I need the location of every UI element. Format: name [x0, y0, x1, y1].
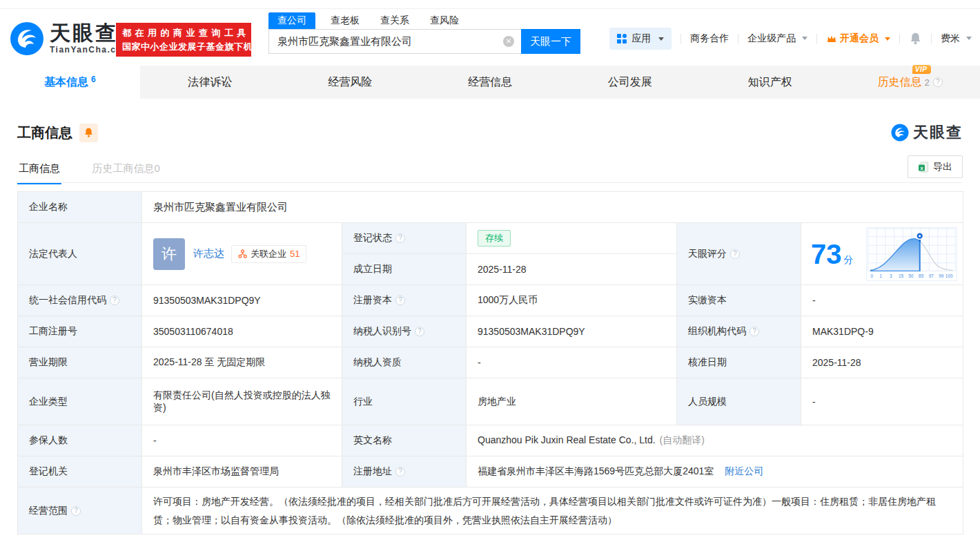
search-tab-company[interactable]: 查公司 — [268, 12, 315, 29]
score-axis-label: 85 — [919, 273, 924, 278]
top-divider — [0, 8, 980, 9]
subtab-history-business-info[interactable]: 历史工商信息0 — [90, 158, 161, 183]
tab-basic-info[interactable]: 基本信息 6 — [0, 66, 140, 99]
tab-label: 历史信息 — [877, 76, 921, 88]
field-label: 工商注册号 — [18, 316, 142, 347]
vip-badge: VIP — [912, 65, 932, 74]
help-icon[interactable]: ? — [933, 77, 943, 87]
score-value: 73 — [811, 240, 842, 268]
main-content: 工商信息 天眼查 工商信息 历史工商信息0 x 导出 — [0, 122, 980, 534]
promo-banner: 都在用的商业查询工具 国家中小企业发展子基金旗下机构 — [116, 23, 251, 57]
promo-line2: 国家中小企业发展子基金旗下机构 — [122, 40, 246, 54]
nav-vip-label: 开通会员 — [840, 32, 879, 45]
nav-user-label: 费米 — [941, 32, 960, 44]
nav-apps-label: 应用 — [631, 32, 651, 45]
approval-date-value: 2025-11-28 — [801, 347, 963, 378]
table-row: 法定代表人 许 许志达 关联企业 51 — [18, 223, 963, 254]
divider — [816, 34, 817, 44]
chevron-down-icon — [802, 37, 807, 40]
staff-size-value: - — [801, 378, 963, 425]
help-icon[interactable]: ? — [415, 327, 424, 336]
watermark-text: 天眼查 — [913, 122, 963, 143]
search-tabs: 查公司 查老板 查关系 查风险 — [268, 11, 580, 29]
nav-apps[interactable]: 应用 — [609, 28, 672, 50]
nav-vip[interactable]: 开通会员 — [826, 32, 890, 45]
subtab-business-info[interactable]: 工商信息 — [17, 158, 61, 184]
clear-icon[interactable]: ✕ — [503, 36, 514, 47]
reg-address-value: 福建省泉州市丰泽区丰海路1569号匹克总部大厦2401室 附近公司 — [467, 456, 963, 488]
legal-rep-link[interactable]: 许志达 — [193, 247, 224, 259]
divider — [931, 34, 932, 44]
table-row: 经营范围? 许可项目：房地产开发经营。（依法须经批准的项目，经相关部门批准后方可… — [18, 488, 963, 534]
auto-translate-note: (自动翻译) — [660, 434, 705, 445]
score-distribution-chart: 0 1 3 15 50 85 97 99 100 — [866, 227, 957, 281]
business-scope-value: 许可项目：房地产开发经营。（依法须经批准的项目，经相关部门批准后方可开展经营活动… — [142, 488, 963, 534]
field-label: 登记状态? — [342, 223, 467, 254]
search-tab-boss[interactable]: 查老板 — [329, 12, 361, 29]
field-label: 天眼评分? — [677, 223, 801, 285]
related-label: 关联企业 — [251, 248, 286, 260]
nav-enterprise[interactable]: 企业级产品 — [747, 32, 807, 45]
search-input[interactable] — [268, 29, 521, 54]
header: 天眼查 TianYanCha.com 都在用的商业查询工具 国家中小企业发展子基… — [0, 0, 980, 66]
tab-label: 基本信息 — [44, 75, 88, 90]
related-companies-badge[interactable]: 关联企业 51 — [231, 245, 306, 263]
main-tab-bar: 基本信息 6 法律诉讼 经营风险 经营信息 公司发展 知识产权 VIP 历史信息… — [0, 66, 980, 99]
score-axis-label: 100 — [945, 273, 953, 278]
nearby-companies-link[interactable]: 附近公司 — [725, 465, 763, 476]
help-icon[interactable]: ? — [730, 249, 740, 259]
help-icon[interactable]: ? — [395, 233, 405, 243]
section-title: 工商信息 — [17, 124, 72, 142]
help-icon[interactable]: ? — [749, 327, 759, 336]
business-term-value: 2025-11-28 至 无固定期限 — [142, 347, 342, 378]
field-label: 行业 — [342, 378, 467, 425]
field-label: 核准日期 — [677, 347, 801, 378]
help-icon[interactable]: ? — [71, 506, 81, 516]
search-tab-risk[interactable]: 查风险 — [429, 12, 460, 29]
search-button[interactable]: 天眼一下 — [521, 29, 580, 54]
brand-logo[interactable]: 天眼查 TianYanCha.com — [10, 21, 130, 56]
reg-number-value: 350503110674018 — [142, 316, 342, 347]
nav-user[interactable]: 费米 — [941, 32, 972, 45]
help-icon[interactable]: ? — [395, 296, 405, 305]
score-axis-label: 1 — [879, 273, 882, 278]
field-label: 营业期限 — [18, 347, 142, 378]
search-tab-relation[interactable]: 查关系 — [379, 12, 411, 29]
business-info-table: 企业名称 泉州市匹克聚鑫置业有限公司 法定代表人 许 许志达 — [17, 191, 963, 534]
export-button[interactable]: x 导出 — [908, 155, 963, 178]
field-label: 组织机构代码? — [677, 316, 801, 347]
score-axis-label: 0 — [871, 273, 874, 278]
paid-capital-value: - — [801, 285, 963, 316]
reg-authority-value: 泉州市丰泽区市场监督管理局 — [142, 456, 342, 488]
notification-bell-icon[interactable] — [909, 32, 922, 46]
section-watermark-logo: 天眼查 — [891, 122, 963, 143]
score-axis-label: 15 — [899, 273, 904, 278]
header-nav: 应用 商务合作 企业级产品 开通会员 费米 — [609, 28, 972, 50]
help-icon[interactable]: ? — [395, 467, 405, 476]
divider — [738, 34, 738, 44]
tab-operating-risk[interactable]: 经营风险 — [280, 66, 420, 99]
avatar[interactable]: 许 — [153, 238, 185, 270]
chevron-down-icon — [885, 37, 890, 41]
tab-history-info[interactable]: VIP 历史信息 2 ? — [840, 66, 980, 99]
tab-label: 知识产权 — [748, 75, 792, 90]
help-icon[interactable]: ? — [110, 296, 119, 305]
chevron-down-icon — [966, 37, 972, 40]
nav-cooperation[interactable]: 商务合作 — [690, 32, 729, 45]
tianyancha-logo-icon — [10, 21, 44, 56]
tab-operating-info[interactable]: 经营信息 — [420, 66, 560, 99]
tab-intellectual-property[interactable]: 知识产权 — [700, 66, 840, 99]
taxpayer-quals-value: - — [467, 347, 677, 378]
tab-company-development[interactable]: 公司发展 — [560, 66, 700, 99]
export-label: 导出 — [933, 161, 952, 173]
field-label: 经营范围? — [18, 488, 142, 534]
crown-icon — [826, 34, 837, 44]
tab-legal-litigation[interactable]: 法律诉讼 — [140, 66, 280, 99]
score-unit: 分 — [844, 254, 854, 267]
legal-rep-cell: 许 许志达 关联企业 51 — [142, 223, 342, 285]
subscribe-bell-icon[interactable] — [79, 124, 98, 142]
search-area: 查公司 查老板 查关系 查风险 ✕ 天眼一下 — [268, 11, 580, 54]
field-label: 参保人数 — [18, 425, 142, 456]
reg-status-value: 存续 — [467, 223, 677, 254]
field-label: 企业类型 — [18, 378, 142, 425]
